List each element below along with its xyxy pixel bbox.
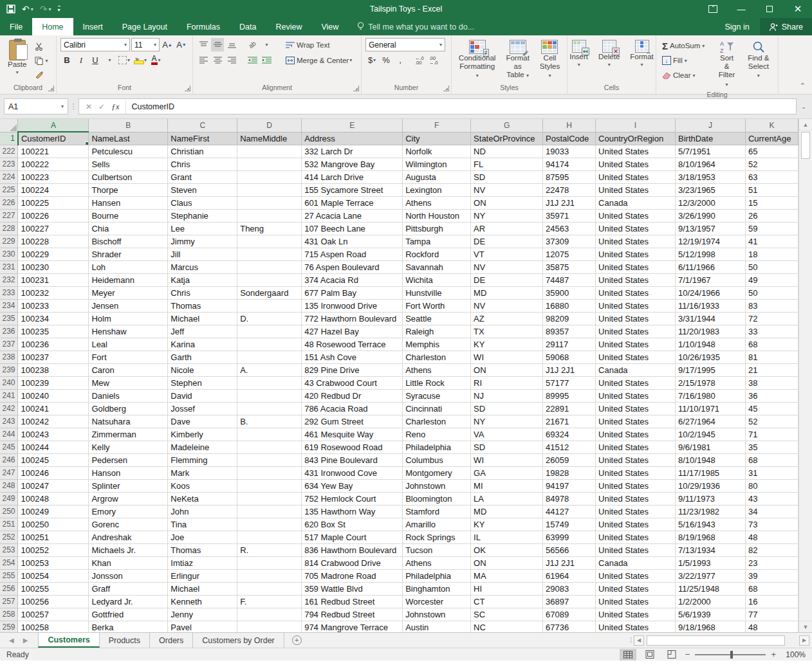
cell-D229[interactable] <box>237 235 302 248</box>
cell-G252[interactable]: IL <box>471 531 543 543</box>
row-header-241[interactable]: 241 <box>0 389 18 402</box>
collapse-ribbon-button[interactable]: ⌃ <box>800 82 806 90</box>
cell-G230[interactable]: VT <box>471 248 543 260</box>
cell-B248[interactable]: Splinter <box>89 479 168 492</box>
cell-B245[interactable]: Kelly <box>89 441 168 453</box>
cell-D255[interactable] <box>237 569 302 582</box>
cell-C234[interactable]: Thomas <box>168 299 237 312</box>
cell-D253[interactable]: R. <box>237 543 302 556</box>
cell-A222[interactable]: 100221 <box>18 145 89 158</box>
cell-D259[interactable] <box>237 621 302 632</box>
cell-B232[interactable]: Heidemann <box>89 273 168 286</box>
cell-B225[interactable]: Thorpe <box>89 183 168 196</box>
cell-E251[interactable]: 620 Box St <box>302 518 403 531</box>
cell-H246[interactable]: 26059 <box>543 453 596 466</box>
cell-A236[interactable]: 100235 <box>18 325 89 338</box>
font-color-button[interactable]: A▾ <box>149 53 162 67</box>
cell-H255[interactable]: 61964 <box>543 569 596 582</box>
cell-H254[interactable]: J1J 2J1 <box>543 556 596 569</box>
cell-D238[interactable] <box>237 351 302 363</box>
format-painter-button[interactable] <box>33 68 50 82</box>
cell-H240[interactable]: 57177 <box>543 376 596 389</box>
cell-K245[interactable]: 35 <box>745 441 798 453</box>
cell-I242[interactable]: United States <box>596 402 676 415</box>
row-header-255[interactable]: 255 <box>0 569 18 582</box>
cell-D235[interactable]: D. <box>237 312 302 325</box>
cut-button[interactable] <box>33 39 50 53</box>
cell-C252[interactable]: Joe <box>168 531 237 543</box>
cell-J235[interactable]: 3/31/1944 <box>676 312 746 325</box>
cell-B241[interactable]: Daniels <box>89 389 168 402</box>
row-header-232[interactable]: 232 <box>0 273 18 286</box>
cell-D248[interactable] <box>237 479 302 492</box>
row-header-227[interactable]: 227 <box>0 209 18 222</box>
column-header-E[interactable]: E <box>302 119 403 132</box>
cell-H235[interactable]: 98209 <box>543 312 596 325</box>
cell-I225[interactable]: United States <box>596 183 676 196</box>
cell-K232[interactable]: 49 <box>745 273 798 286</box>
tab-formulas[interactable]: Formulas <box>177 18 230 35</box>
cell-E254[interactable]: 814 Crabwood Drive <box>302 556 403 569</box>
cell-C235[interactable]: Michael <box>168 312 237 325</box>
cell-C1[interactable]: NameFirst <box>168 132 237 145</box>
cell-J259[interactable]: 9/18/1968 <box>676 621 746 632</box>
cell-D258[interactable] <box>237 608 302 621</box>
increase-indent-button[interactable] <box>260 53 273 67</box>
cell-F229[interactable]: Tampa <box>403 235 471 248</box>
cell-G1[interactable]: StateOrProvince <box>471 132 543 145</box>
cell-G223[interactable]: FL <box>471 158 543 170</box>
cell-J255[interactable]: 3/22/1977 <box>676 569 746 582</box>
cell-E242[interactable]: 786 Acacia Road <box>302 402 403 415</box>
cell-G231[interactable]: NV <box>471 260 543 273</box>
cell-K259[interactable]: 48 <box>745 621 798 632</box>
cell-D228[interactable]: Theng <box>237 222 302 235</box>
cell-I236[interactable]: United States <box>596 325 676 338</box>
cell-C238[interactable]: Garth <box>168 351 237 363</box>
cell-A226[interactable]: 100225 <box>18 196 89 209</box>
tab-review[interactable]: Review <box>266 18 311 35</box>
cell-I253[interactable]: United States <box>596 543 676 556</box>
cell-C257[interactable]: Kenneth <box>168 595 237 608</box>
cell-J232[interactable]: 7/1/1967 <box>676 273 746 286</box>
zoom-slider-thumb[interactable] <box>730 651 733 659</box>
cell-G259[interactable]: NC <box>471 621 543 632</box>
cell-E222[interactable]: 332 Larch Dr <box>302 145 403 158</box>
cell-J233[interactable]: 10/24/1966 <box>676 286 746 299</box>
cell-C259[interactable]: Pavel <box>168 621 237 632</box>
cell-E226[interactable]: 601 Maple Terrace <box>302 196 403 209</box>
select-all-button[interactable] <box>0 119 18 132</box>
scroll-up-arrow[interactable]: ▲ <box>799 119 812 131</box>
cell-K246[interactable]: 68 <box>745 453 798 466</box>
cell-A239[interactable]: 100238 <box>18 363 89 376</box>
cell-G227[interactable]: NY <box>471 209 543 222</box>
cell-F248[interactable]: Johnstown <box>403 479 471 492</box>
cell-D254[interactable] <box>237 556 302 569</box>
cell-E223[interactable]: 532 Mangrove Bay <box>302 158 403 170</box>
cell-A227[interactable]: 100226 <box>18 209 89 222</box>
align-right-button[interactable] <box>225 53 238 67</box>
cell-C233[interactable]: Chris <box>168 286 237 299</box>
enter-button[interactable]: ✓ <box>98 102 105 111</box>
cell-D245[interactable] <box>237 441 302 453</box>
cell-D250[interactable] <box>237 505 302 518</box>
cell-B242[interactable]: Goldberg <box>89 402 168 415</box>
cell-D247[interactable] <box>237 466 302 479</box>
cell-C237[interactable]: Karina <box>168 338 237 351</box>
cell-A251[interactable]: 100250 <box>18 518 89 531</box>
cell-C228[interactable]: Lee <box>168 222 237 235</box>
comma-button[interactable]: , <box>394 53 407 67</box>
cell-G239[interactable]: ON <box>471 363 543 376</box>
cell-K238[interactable]: 81 <box>745 351 798 363</box>
cell-K248[interactable]: 80 <box>745 479 798 492</box>
cell-A225[interactable]: 100224 <box>18 183 89 196</box>
cell-I259[interactable]: United States <box>596 621 676 632</box>
row-header-222[interactable]: 222 <box>0 145 18 158</box>
cell-D257[interactable]: F. <box>237 595 302 608</box>
cell-J254[interactable]: 1/5/1993 <box>676 556 746 569</box>
cell-G249[interactable]: LA <box>471 492 543 505</box>
cell-I234[interactable]: United States <box>596 299 676 312</box>
tab-home[interactable]: Home <box>32 18 73 35</box>
cell-A247[interactable]: 100246 <box>18 466 89 479</box>
cell-B226[interactable]: Hansen <box>89 196 168 209</box>
cell-B255[interactable]: Jonsson <box>89 569 168 582</box>
